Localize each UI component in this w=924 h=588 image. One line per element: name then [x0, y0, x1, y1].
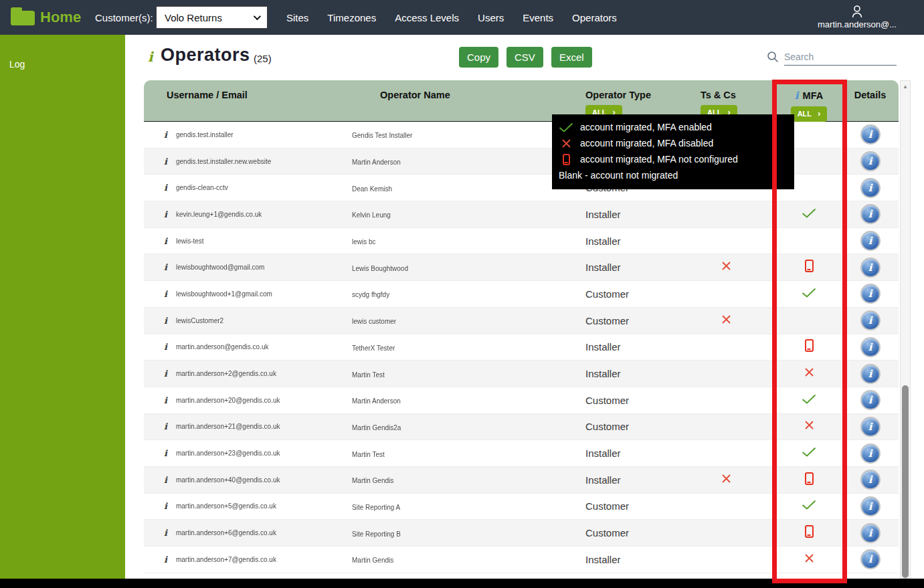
mfa-phone-icon: [805, 525, 814, 541]
mfa-cell: [776, 525, 842, 541]
row-info-icon[interactable]: i: [164, 262, 167, 272]
tscs-cell: [696, 474, 776, 486]
operator-type-cell: Installer: [555, 341, 696, 353]
row-info-icon[interactable]: i: [164, 342, 167, 352]
nav-link-timezones[interactable]: Timezones: [327, 12, 376, 23]
row-info-icon[interactable]: i: [164, 528, 167, 538]
mfa-cross-icon: [804, 420, 814, 433]
tooltip-text: account migrated, MFA not configured: [580, 154, 738, 165]
row-info-icon[interactable]: i: [164, 501, 167, 511]
scroll-up-arrow-icon[interactable]: [901, 81, 910, 92]
nav-link-events[interactable]: Events: [523, 12, 553, 23]
mfa-legend-tooltip: account migrated, MFA enabledaccount mig…: [552, 114, 794, 189]
username-cell: imartin.anderson+6@gendis.co.uk: [144, 528, 348, 538]
operator-name-cell: Martin Anderson: [348, 394, 555, 406]
details-info-button[interactable]: [862, 179, 879, 197]
col-header-operator-name[interactable]: Operator Name: [348, 80, 555, 121]
person-icon: [850, 4, 864, 19]
home-link[interactable]: Home: [40, 9, 81, 26]
operator-name-text: Lewis Boughtwood: [352, 265, 408, 272]
details-info-button[interactable]: [862, 126, 879, 143]
details-info-button[interactable]: [862, 418, 879, 435]
row-info-icon[interactable]: i: [164, 395, 167, 405]
details-info-button[interactable]: [862, 153, 879, 170]
details-info-button[interactable]: [862, 365, 879, 383]
details-info-button[interactable]: [862, 524, 879, 542]
operator-name-text: Martin Test: [352, 451, 385, 458]
username-cell: igendis-clean-cctv: [144, 183, 348, 193]
tooltip-legend-row: account migrated, MFA not configured: [559, 151, 789, 167]
vertical-scrollbar[interactable]: [900, 80, 911, 579]
nav-link-sites[interactable]: Sites: [286, 12, 308, 23]
details-info-button[interactable]: [862, 285, 879, 302]
operator-type-cell: Installer: [555, 368, 696, 379]
row-info-icon[interactable]: i: [164, 209, 167, 219]
row-info-icon[interactable]: i: [164, 475, 167, 485]
details-info-button[interactable]: [862, 232, 879, 250]
table-row: ikevin.leung+1@gendis.co.ukKelvin LeungI…: [144, 201, 899, 228]
row-info-icon[interactable]: i: [164, 157, 167, 167]
row-info-icon[interactable]: i: [164, 316, 167, 326]
details-info-button[interactable]: [862, 471, 879, 488]
details-cell: [842, 338, 899, 356]
mfa-info-icon[interactable]: i: [795, 90, 799, 102]
operator-name-cell: Martin Anderson: [348, 155, 555, 167]
nav-link-users[interactable]: Users: [478, 12, 504, 23]
mfa-filter-button[interactable]: ALL: [791, 106, 828, 122]
mfa-cell: [776, 553, 842, 566]
csv-button[interactable]: CSV: [506, 47, 543, 68]
details-info-button[interactable]: [862, 259, 879, 276]
excel-button[interactable]: Excel: [551, 47, 592, 68]
details-info-button[interactable]: [862, 205, 879, 223]
operator-type-cell: Customer: [555, 395, 696, 406]
row-info-icon[interactable]: i: [164, 369, 167, 379]
nav-link-access-levels[interactable]: Access Levels: [395, 12, 459, 23]
username-text: gendis-clean-cctv: [176, 184, 228, 191]
row-info-icon[interactable]: i: [164, 555, 167, 565]
row-info-icon[interactable]: i: [164, 448, 167, 458]
details-cell: [842, 205, 899, 223]
details-info-button[interactable]: [862, 312, 879, 329]
table-row: imartin.anderson@gendis.co.ukTetherX Tes…: [144, 334, 899, 361]
operator-name-text: lewis bc: [352, 238, 376, 246]
user-menu[interactable]: martin.anderson@...: [797, 3, 917, 29]
details-cell: [842, 153, 899, 170]
details-cell: [842, 312, 899, 329]
operator-name-cell: Dean Kemish: [348, 182, 555, 194]
search-input[interactable]: [784, 48, 897, 66]
sidebar-item-log[interactable]: Log: [0, 35, 125, 70]
page-info-icon[interactable]: i: [148, 49, 153, 65]
row-info-icon[interactable]: i: [164, 421, 167, 431]
row-info-icon[interactable]: i: [164, 183, 167, 193]
details-info-button[interactable]: [862, 391, 879, 409]
details-cell: [842, 179, 899, 197]
user-email: martin.anderson@...: [797, 19, 917, 29]
col-header-username[interactable]: Username / Email: [144, 80, 348, 121]
customer-select[interactable]: Volo Returns: [156, 6, 268, 29]
row-info-icon[interactable]: i: [164, 289, 167, 299]
row-info-icon[interactable]: i: [164, 236, 167, 246]
nav-link-operators[interactable]: Operators: [572, 12, 617, 23]
scrollbar-thumb[interactable]: [902, 385, 909, 578]
username-text: kevin.leung+1@gendis.co.uk: [176, 211, 262, 218]
details-info-button[interactable]: [862, 498, 879, 515]
export-buttons: Copy CSV Excel: [459, 47, 592, 68]
mfa-cell: [776, 394, 842, 407]
copy-button[interactable]: Copy: [459, 47, 498, 68]
username-text: martin.anderson+40@gendis.co.uk: [176, 476, 280, 484]
operator-name-text: lewis customer: [352, 318, 396, 325]
row-info-icon[interactable]: i: [164, 130, 167, 140]
details-info-button[interactable]: [862, 338, 879, 356]
mfa-cell: [776, 260, 842, 275]
mfa-phone-icon: [805, 260, 814, 275]
tscs-cell: [696, 261, 776, 274]
operator-type-cell: Customer: [555, 288, 696, 300]
operator-name-cell: scydg fhgfdy: [348, 288, 555, 300]
customer-select-label: Customer(s):: [95, 12, 153, 23]
app-logo-folder-icon[interactable]: [11, 11, 35, 25]
details-info-button[interactable]: [862, 445, 879, 462]
mfa-check-icon: [802, 288, 816, 300]
mfa-cross-icon: [721, 474, 731, 486]
details-info-button[interactable]: [862, 551, 879, 568]
username-cell: imartin.anderson+20@gendis.co.uk: [144, 395, 348, 405]
